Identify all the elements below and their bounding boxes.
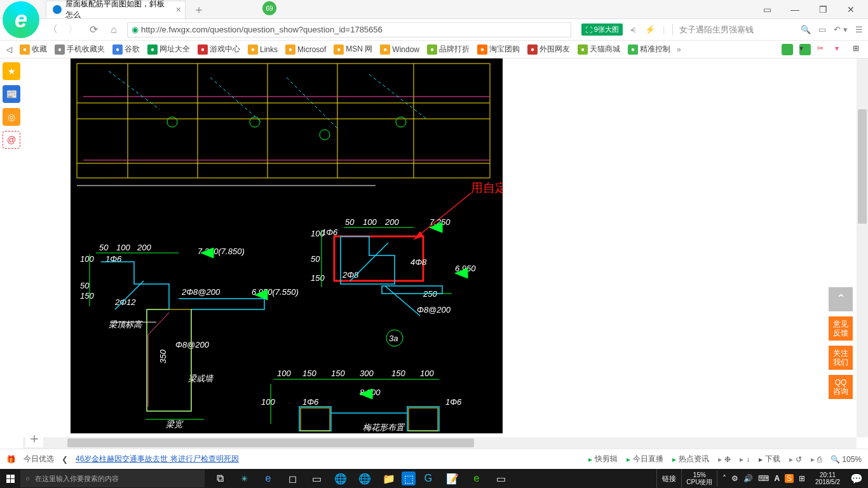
svg-rect-86 [299,407,331,431]
history-icon[interactable]: ↶ ▾ [834,25,848,34]
bookmark-item[interactable]: ●手机收藏夹 [52,44,107,55]
footer-item[interactable]: ▸ ↓ [740,455,750,464]
taskbar-clock[interactable]: 20:112018/5/2 [810,471,845,485]
action-center-icon[interactable]: 💬 [845,469,868,488]
ime-status[interactable]: 链接 [656,469,682,488]
ie-icon[interactable]: 🌐 [353,469,376,488]
fav-star-icon[interactable]: ★ [3,62,20,80]
app-icon[interactable]: ✴ [233,469,255,488]
news-link[interactable]: 46岁金柱赫因交通事故去世 将进行尸检查明死因 [76,454,239,464]
bookmark-item[interactable]: ●谷歌 [110,44,142,55]
horizontal-scrollbar[interactable] [23,437,857,449]
window-minimize-button[interactable]: — [787,1,803,18]
window-close-button[interactable]: ✕ [843,1,859,18]
ext-icon-1[interactable]: ▾ [799,44,811,55]
edge-icon[interactable]: 🌐 [329,469,352,488]
read-mode-icon[interactable]: ▭ [818,25,826,34]
sidebar-add-button[interactable]: ＋ [25,430,43,447]
volume-icon[interactable]: 🔊 [743,474,753,483]
back-button[interactable]: 〈 [46,23,60,37]
keyboard-icon[interactable]: ⌨ [758,474,769,483]
app-icon[interactable]: ▭ [305,469,328,488]
today-picks[interactable]: 今日优选 [24,454,54,464]
svg-text:200: 200 [137,243,151,252]
feedback-button[interactable]: 意见 反馈 [829,316,853,341]
app-icon[interactable]: ▭ [489,469,512,488]
ime-a-icon[interactable]: A [774,474,780,483]
footer-item[interactable]: ▸ 快剪辑 [588,454,618,464]
image-count-badge[interactable]: ⛶ 9张大图 [581,24,623,36]
task-view-icon[interactable]: ⧉ [208,469,231,488]
svg-rect-89 [301,408,330,431]
status-bar: 🎁 今日优选 ❮ 46岁金柱赫因交通事故去世 将进行尸检查明死因 ▸ 快剪辑▸ … [0,449,868,469]
footer-item[interactable]: ▸ 下载 [759,454,780,464]
tray-icon[interactable]: ⊞ [799,474,805,483]
explorer-icon[interactable]: 📁 [377,469,400,488]
share-icon[interactable]: ⪪ [629,25,637,34]
window-restore-button[interactable]: ❐ [815,1,831,18]
edge-icon[interactable]: е [257,469,280,488]
scrollbar-thumb[interactable] [858,109,867,224]
bookmark-item[interactable]: ●外围网友 [525,44,573,55]
bookmark-item[interactable]: ●Links [245,44,280,55]
tray-up-icon[interactable]: ˄ [722,474,726,483]
bookmarks-nav-left[interactable]: ◁ [4,45,15,54]
start-button[interactable] [0,469,20,488]
bookmark-item[interactable]: ●MSN 网 [331,44,375,55]
url-input[interactable]: ◉ http://e.fwxgx.com/question/question_s… [127,22,571,37]
ext-icon-2[interactable]: ▾ [835,44,846,55]
app-icon[interactable]: G [417,469,440,488]
tray-icon[interactable]: ⚙ [731,474,738,483]
back-to-top-button[interactable]: ⌃ [829,287,853,311]
bookmark-item[interactable]: ●Microsof [283,44,329,55]
notification-badge[interactable]: 69 [262,1,276,15]
follow-us-button[interactable]: 关注 我们 [829,346,853,370]
close-icon[interactable]: × [176,4,181,15]
grid-icon[interactable]: ⊞ [853,44,864,55]
vertical-scrollbar[interactable] [857,58,868,437]
bookmark-item[interactable]: ●品牌打折 [424,44,472,55]
qq-consult-button[interactable]: QQ 咨询 [829,375,853,399]
app-icon[interactable]: 📝 [441,469,464,488]
bookmark-item[interactable]: ●精准控制 [625,44,673,55]
bolt-icon[interactable]: ⚡ [645,25,655,34]
scissors-icon[interactable]: ✂ [817,44,829,55]
home-button[interactable]: ⌂ [107,23,121,37]
footer-item[interactable]: ▸ 热点资讯 [672,454,709,464]
footer-item[interactable]: ▸ ⎙ [811,455,822,464]
browser-e-icon[interactable]: e [465,469,488,488]
taskbar-search[interactable]: ○ 在这里输入你要搜索的内容 [20,470,205,487]
footer-item[interactable]: ▸ 今日直播 [627,454,663,464]
app-icon[interactable]: ⬚ [402,471,416,485]
bookmarks-more[interactable]: » [677,45,681,54]
footer-item[interactable]: ▸ ❉ [718,455,731,464]
bookmark-item[interactable]: ●淘宝团购 [475,44,522,55]
svg-text:150: 150 [311,273,325,283]
bookmark-item[interactable]: ●游戏中心 [195,44,243,55]
search-icon[interactable]: 🔍 [801,25,811,34]
at-icon[interactable]: @ [3,131,20,149]
bookmark-item[interactable]: ●网址大全 [145,44,193,55]
footer-item[interactable]: ▸ ↺ [789,455,802,464]
globe-icon: ◉ [132,25,139,34]
app-icon[interactable]: ◻ [281,469,304,488]
zoom-level[interactable]: 🔍 105% [831,455,862,464]
sogou-icon[interactable]: S [785,474,794,483]
browser-tab[interactable]: 屋面板配筋平面图如图，斜板怎么 × [46,1,186,18]
new-tab-button[interactable]: ＋ [193,2,205,17]
chev-left-icon[interactable]: ❮ [62,455,68,464]
shield-icon[interactable] [782,44,793,55]
news-icon[interactable]: 📰 [3,85,20,103]
cpu-meter[interactable]: 15%CPU使用 [682,470,717,487]
menu-icon[interactable]: ☰ [855,25,863,34]
reload-button[interactable]: ⟳ [86,23,100,37]
gift-icon[interactable]: 🎁 [6,455,16,464]
bookmark-item[interactable]: ●收藏 [17,44,50,55]
forward-button[interactable]: 〉 [66,23,80,37]
bookmark-item[interactable]: ●天猫商城 [575,44,623,55]
weibo-icon[interactable]: ◎ [3,108,20,126]
window-skin-button[interactable]: ▭ [759,1,775,18]
scrollbar-thumb[interactable] [67,438,474,447]
bookmark-item[interactable]: ●Window [377,44,422,55]
search-input[interactable]: 女子遇陌生男强塞钱 [672,24,793,36]
